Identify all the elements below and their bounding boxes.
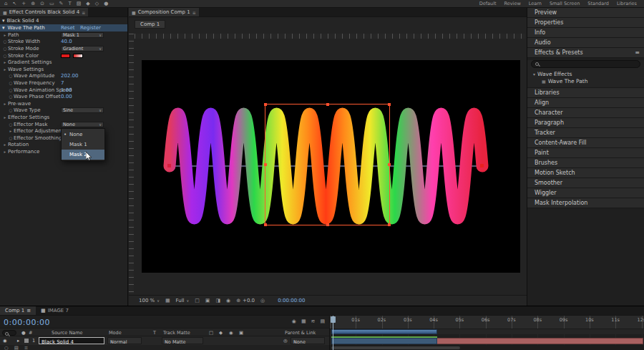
composition-viewport[interactable] <box>142 60 520 273</box>
exposure-control[interactable]: ⊕ +0.0 <box>236 298 255 303</box>
home-tool-icon[interactable]: ⌂ <box>4 0 7 8</box>
effect-row-stroke-mode[interactable]: ○Stroke ModeGradient∨ <box>0 45 127 52</box>
eraser-tool-icon[interactable]: ◇ <box>95 0 99 8</box>
layer-name-field[interactable]: Black Solid 4 <box>39 337 104 344</box>
preview-timecode[interactable]: 0:00:00:00 <box>278 298 305 303</box>
property-value[interactable]: 1.00 <box>61 87 72 93</box>
effect-row-wave-phase-offset[interactable]: ○Wave Phase Offset0.00 <box>0 93 127 100</box>
workspace-tab-libraries[interactable]: Libraries <box>617 0 637 8</box>
panel-paint[interactable]: Paint <box>527 148 644 158</box>
pen-tool-icon[interactable]: ✎ <box>59 0 64 8</box>
panel-menu-icon[interactable]: ≡ <box>26 308 31 313</box>
magnification-dropdown[interactable]: 100 % ∨ <box>139 298 160 303</box>
column-t[interactable]: T <box>153 330 156 336</box>
snapshot-camera-icon[interactable]: ◎ <box>260 298 265 303</box>
effect-row-gradient-settings[interactable]: ▸Gradient Settings <box>0 59 127 66</box>
panel-info[interactable]: Info <box>527 28 644 38</box>
blend-mode-dropdown[interactable]: Normal ∨ <box>107 337 142 344</box>
twirl-closed-icon[interactable]: ▸ <box>2 150 8 154</box>
layer-color-chip[interactable] <box>24 339 29 343</box>
property-value[interactable]: 7 <box>61 80 64 86</box>
column-parent-link[interactable]: Parent & Link <box>285 330 316 336</box>
twirl-closed-icon[interactable]: ▸ <box>2 33 8 37</box>
effect-row-wave-animation-speed[interactable]: ○Wave Animation Speed1.00 <box>0 87 127 94</box>
panel-smoother[interactable]: Smoother <box>527 178 644 188</box>
popup-option-mask-2[interactable]: Mask 2 <box>62 150 104 160</box>
graph-editor-icon[interactable]: ▤ <box>320 319 325 324</box>
panel-paragraph[interactable]: Paragraph <box>527 118 644 128</box>
current-time-display[interactable]: 0:00:00:00 <box>4 318 50 327</box>
layer-selection-box[interactable] <box>265 104 390 225</box>
twirl-closed-icon[interactable]: ▸ <box>2 102 8 106</box>
pickwhip-icon[interactable]: ◎ <box>283 338 288 344</box>
popup-option-none[interactable]: •None <box>62 130 104 140</box>
register-link[interactable]: Register <box>80 25 101 31</box>
effect-row-effector-mask[interactable]: ○Effector MaskNone∨ <box>0 121 127 128</box>
effect-row-wave-type[interactable]: ○Wave TypeSine∨ <box>0 107 127 115</box>
selection-handle[interactable] <box>264 223 267 226</box>
selection-tool-icon[interactable]: ↖ <box>12 0 16 8</box>
track-matte-dropdown[interactable]: No Matte ∨ <box>162 337 203 344</box>
orbit-tool-icon[interactable]: ⊙ <box>40 0 44 8</box>
brush-tool-icon[interactable]: ▨ <box>77 0 82 8</box>
panel-audio[interactable]: Audio <box>527 38 644 48</box>
panel-properties[interactable]: Properties <box>527 18 644 28</box>
effect-row-effector-settings[interactable]: ▸Effector Settings <box>0 114 127 121</box>
eye-icon[interactable]: ◉ <box>3 338 7 344</box>
mask-visibility-icon[interactable]: ◨ <box>215 298 220 303</box>
selection-handle[interactable] <box>388 223 391 226</box>
composition-tab[interactable]: ■ Composition Comp 1 ≡ <box>129 8 199 16</box>
timeline-layer-row[interactable]: ◉ ▸ 1 Black Solid 4 Normal ∨ No Matte ∨ … <box>0 336 329 345</box>
property-dropdown[interactable]: Mask 1∨ <box>61 32 104 38</box>
draft-3d-icon[interactable]: ▦ <box>301 319 306 324</box>
reset-link[interactable]: Reset <box>61 25 75 31</box>
workspace-tab-learn[interactable]: Learn <box>529 0 542 8</box>
clone-stamp-tool-icon[interactable]: ◆ <box>86 0 89 8</box>
twirl-closed-icon[interactable]: ▸ <box>8 129 14 133</box>
motion-blur-icon[interactable]: ≋ <box>311 319 316 324</box>
transparency-grid-icon[interactable]: ▣ <box>205 298 210 303</box>
twirl-closed-icon[interactable]: ▸ <box>17 338 19 344</box>
region-of-interest-icon[interactable]: □ <box>195 298 200 303</box>
gradient-swatch[interactable] <box>73 54 83 58</box>
popup-option-mask-1[interactable]: Mask 1 <box>62 140 104 150</box>
property-dropdown[interactable]: Sine∨ <box>61 107 104 113</box>
panel-tracker[interactable]: Tracker <box>527 128 644 138</box>
effect-row-stroke-color[interactable]: ○Stroke Color <box>0 52 127 59</box>
expand-layers-icon[interactable]: ▤ <box>14 345 19 350</box>
workspace-tab-standard[interactable]: Standard <box>587 0 609 8</box>
effects-search-input[interactable] <box>531 60 640 68</box>
parent-dropdown[interactable]: None ∨ <box>291 337 325 344</box>
channel-icon[interactable]: ◉ <box>226 298 230 303</box>
selection-handle[interactable] <box>264 163 267 166</box>
property-value[interactable]: 40.0 <box>61 39 72 44</box>
column-number[interactable]: # <box>29 330 32 336</box>
composition-flowchart-icon[interactable]: ◉ <box>292 319 296 324</box>
effects-tree-item-wave-the-path[interactable]: ▦ Wave The Path <box>527 77 644 84</box>
column-track-matte[interactable]: Track Matte <box>163 330 190 336</box>
effect-row-wave-frequency[interactable]: ○Wave Frequency7 <box>0 79 127 87</box>
time-ruler[interactable]: 01s02s03s04s05s06s07s08s09s10s11s12s <box>330 316 644 329</box>
selection-handle[interactable] <box>326 103 329 106</box>
color-swatch[interactable] <box>61 54 70 58</box>
scrollbar-thumb[interactable] <box>331 346 460 349</box>
effect-row-stroke-width[interactable]: ○Stroke Width40.0 <box>0 39 127 46</box>
comp-viewer-tab[interactable]: Comp 1 <box>135 20 165 29</box>
panel-libraries[interactable]: Libraries <box>527 88 644 98</box>
timeline-scrollbar[interactable] <box>330 345 644 350</box>
effect-row-wave-settings[interactable]: ▸Wave Settings <box>0 66 127 73</box>
timeline-tab-image7[interactable]: ■ IMAGE 7 <box>36 306 74 315</box>
hand-tool-icon[interactable]: + <box>21 0 26 8</box>
panel-brushes[interactable]: Brushes <box>527 158 644 168</box>
effect-controls-tab[interactable]: ■ Effect Controls Black Solid 4 ≡ <box>0 8 88 16</box>
panel-wiggler[interactable]: Wiggler <box>527 188 644 198</box>
grid-guides-icon[interactable]: ▦ <box>165 298 170 303</box>
panel-content-aware-fill[interactable]: Content-Aware Fill <box>527 138 644 148</box>
twirl-closed-icon[interactable]: ▸ <box>2 67 8 72</box>
layer-header-row[interactable]: ▾ Black Solid 4 <box>0 17 127 24</box>
panel-menu-icon[interactable]: ≡ <box>82 10 85 15</box>
playhead[interactable] <box>330 316 336 350</box>
selection-handle[interactable] <box>388 103 391 106</box>
twirl-closed-icon[interactable]: ▸ <box>2 60 8 64</box>
selection-handle[interactable] <box>388 163 391 166</box>
